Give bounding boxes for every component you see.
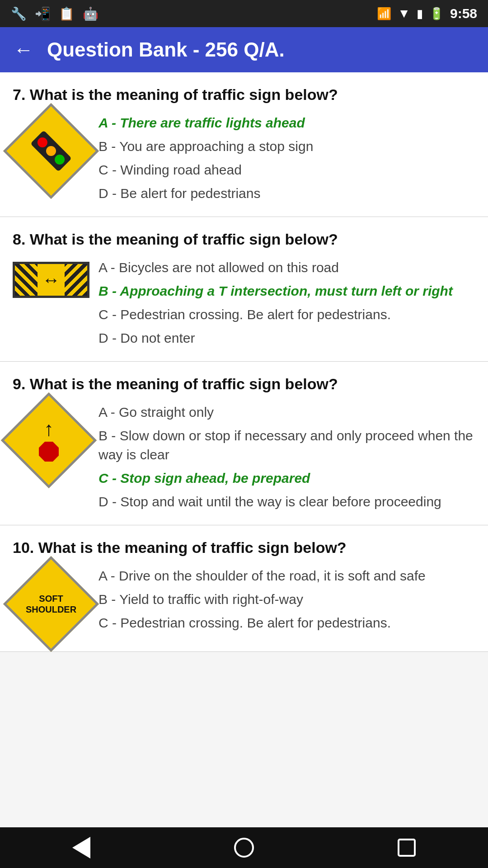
- question-10-title: 10. What is the meaning of traffic sign …: [13, 539, 475, 557]
- q7-answer-c: C - Winding road ahead: [99, 160, 475, 179]
- question-7-body: A - There are traffic lights ahead B - Y…: [13, 113, 475, 203]
- q9-answer-b: B - Slow down or stop if necessary and o…: [99, 426, 475, 464]
- nav-home-button[interactable]: [230, 834, 258, 861]
- q7-answer-d: D - Be alert for pedestrians: [99, 184, 475, 203]
- q9-answer-d: D - Stop and wait until the way is clear…: [99, 492, 475, 511]
- question-7-answers: A - There are traffic lights ahead B - Y…: [99, 113, 475, 203]
- question-10: 10. What is the meaning of traffic sign …: [0, 525, 488, 652]
- question-8-answers: A - Bicycles are not allowed on this roa…: [99, 258, 475, 348]
- battery-icon: 🔋: [429, 7, 444, 21]
- back-button[interactable]: ←: [14, 38, 33, 61]
- q7-answer-b: B - You are approaching a stop sign: [99, 137, 475, 156]
- clipboard-icon: 📋: [59, 6, 75, 21]
- questions-container: 7. What is the meaning of traffic sign b…: [0, 72, 488, 652]
- sign-q9-image: ↑: [13, 406, 89, 479]
- q7-answer-a: A - There are traffic lights ahead: [99, 113, 475, 132]
- question-7: 7. What is the meaning of traffic sign b…: [0, 72, 488, 217]
- question-10-body: SOFTSHOULDER A - Drive on the shoulder o…: [13, 566, 475, 638]
- status-icons-right: 📶 ▼ ▮ 🔋 9:58: [377, 6, 477, 21]
- question-7-title: 7. What is the meaning of traffic sign b…: [13, 86, 475, 104]
- bluetooth-icon: 📶: [377, 7, 391, 21]
- app-header: ← Question Bank - 256 Q/A.: [0, 27, 488, 72]
- q10-answer-a: A - Drive on the shoulder of the road, i…: [99, 566, 475, 585]
- status-bar: 🔧 📲 📋 🤖 📶 ▼ ▮ 🔋 9:58: [0, 0, 488, 27]
- sign-q8-image: ↔: [13, 262, 89, 298]
- sign-q10-image: SOFTSHOULDER: [13, 570, 89, 638]
- q8-answer-c: C - Pedestrian crossing. Be alert for pe…: [99, 305, 475, 324]
- question-10-answers: A - Drive on the shoulder of the road, i…: [99, 566, 475, 632]
- q8-answer-d: D - Do not enter: [99, 329, 475, 348]
- q8-answer-b: B - Approaching a T intersection, must t…: [99, 282, 475, 301]
- sign-q7-image: [13, 117, 89, 185]
- q8-answer-a: A - Bicycles are not allowed on this roa…: [99, 258, 475, 277]
- q9-answer-c: C - Stop sign ahead, be prepared: [99, 469, 475, 488]
- question-9-answers: A - Go straight only B - Slow down or st…: [99, 403, 475, 511]
- wifi-icon: ▼: [398, 6, 410, 21]
- download-icon: 📲: [35, 6, 51, 21]
- nav-back-button[interactable]: [68, 834, 95, 861]
- q9-answer-a: A - Go straight only: [99, 403, 475, 422]
- question-9-title: 9. What is the meaning of traffic sign b…: [13, 375, 475, 393]
- question-8: 8. What is the meaning of traffic sign b…: [0, 217, 488, 362]
- sim-icon: ▮: [417, 7, 423, 21]
- status-icons-left: 🔧 📲 📋 🤖: [11, 6, 99, 21]
- nav-bar: [0, 827, 488, 868]
- android-icon: 🤖: [83, 6, 99, 21]
- q10-answer-b: B - Yield to traffic with right-of-way: [99, 590, 475, 609]
- question-9-body: ↑ A - Go straight only B - Slow down or …: [13, 403, 475, 511]
- status-time: 9:58: [450, 6, 477, 21]
- question-9: 9. What is the meaning of traffic sign b…: [0, 362, 488, 525]
- question-8-title: 8. What is the meaning of traffic sign b…: [13, 231, 475, 248]
- wrench-icon: 🔧: [11, 6, 27, 21]
- question-8-body: ↔ A - Bicycles are not allowed on this r…: [13, 258, 475, 348]
- header-title: Question Bank - 256 Q/A.: [47, 38, 285, 61]
- q10-answer-c: C - Pedestrian crossing. Be alert for pe…: [99, 613, 475, 632]
- nav-recents-button[interactable]: [393, 834, 420, 861]
